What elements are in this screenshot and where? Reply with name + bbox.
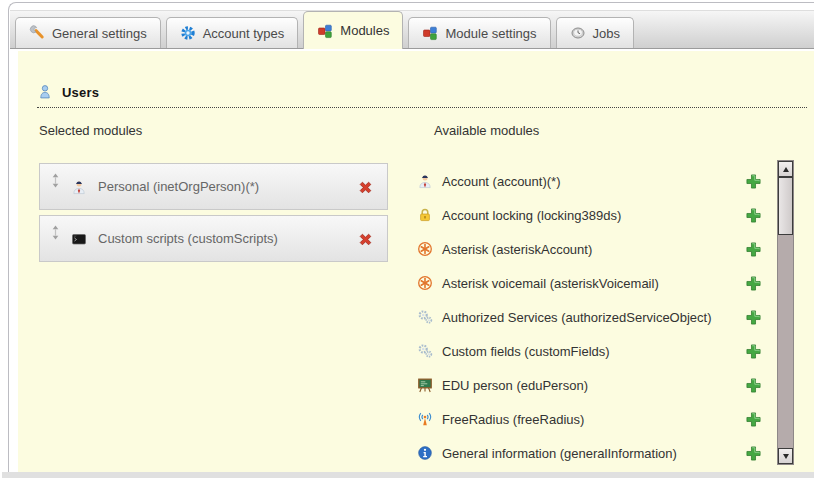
modules-tab-content: Users Selected modules Available modules… <box>18 51 814 475</box>
selected-modules-list: Personal (inetOrgPerson)(*) Custom scrip… <box>39 163 388 267</box>
tab-label: Jobs <box>593 26 620 41</box>
add-module-button[interactable] <box>745 173 762 190</box>
available-module-row: Asterisk voicemail (asteriskVoicemail) <box>417 266 762 300</box>
drag-handle-icon[interactable] <box>51 173 60 188</box>
available-module-row: Custom fields (customFields) <box>417 334 762 368</box>
add-module-button[interactable] <box>745 445 762 462</box>
drag-handle-icon[interactable] <box>51 225 60 240</box>
gears-icon <box>417 343 433 359</box>
tab-module-settings[interactable]: Module settings <box>408 17 550 48</box>
tab-general-settings[interactable]: General settings <box>15 17 161 48</box>
section-title: Users <box>62 85 99 100</box>
available-module-row: FreeRadius (freeRadius) <box>417 402 762 436</box>
frame-bottom-edge <box>2 472 814 478</box>
add-module-button[interactable] <box>745 411 762 428</box>
add-module-button[interactable] <box>745 207 762 224</box>
remove-module-button[interactable] <box>357 231 374 248</box>
scroll-down-button[interactable] <box>778 448 793 464</box>
user-icon <box>37 84 53 100</box>
add-module-button[interactable] <box>745 377 762 394</box>
antenna-icon <box>417 411 433 427</box>
tab-bar: General settings Account types Modules M… <box>10 10 814 49</box>
module-label: General information (generalInformation) <box>442 446 677 461</box>
add-module-button[interactable] <box>745 309 762 326</box>
available-modules-list: Account (account)(*) Account locking (lo… <box>417 164 762 470</box>
settings-frame: General settings Account types Modules M… <box>8 2 814 472</box>
users-section-header: Users <box>37 84 807 108</box>
add-module-button[interactable] <box>745 343 762 360</box>
module-label: FreeRadius (freeRadius) <box>442 412 584 427</box>
available-modules-label: Available modules <box>434 123 539 138</box>
scrollbar-thumb[interactable] <box>778 177 793 235</box>
wrench-icon <box>29 25 45 41</box>
remove-module-button[interactable] <box>357 179 374 196</box>
tab-label: General settings <box>52 26 147 41</box>
available-module-row: Account locking (locking389ds) <box>417 198 762 232</box>
module-label: EDU person (eduPerson) <box>442 378 588 393</box>
module-label: Asterisk voicemail (asteriskVoicemail) <box>442 276 659 291</box>
selected-module-row[interactable]: Custom scripts (customScripts) <box>39 215 388 262</box>
module-label: Asterisk (asteriskAccount) <box>442 242 592 257</box>
module-label: Authorized Services (authorizedServiceOb… <box>442 310 712 325</box>
info-icon <box>417 445 433 461</box>
person-icon <box>71 179 87 195</box>
clock-icon <box>570 25 586 41</box>
asterisk-icon <box>417 241 433 257</box>
blackboard-icon <box>417 377 433 393</box>
selected-modules-label: Selected modules <box>39 123 142 138</box>
scroll-up-button[interactable] <box>778 161 793 177</box>
tab-account-types[interactable]: Account types <box>166 17 299 48</box>
tab-label: Module settings <box>445 26 536 41</box>
tab-label: Account types <box>203 26 285 41</box>
available-module-row: EDU person (eduPerson) <box>417 368 762 402</box>
gears-icon <box>417 309 433 325</box>
add-module-button[interactable] <box>745 241 762 258</box>
tab-label: Modules <box>340 23 389 38</box>
person-icon <box>417 173 433 189</box>
available-module-row: Asterisk (asteriskAccount) <box>417 232 762 266</box>
add-module-button[interactable] <box>745 275 762 292</box>
available-modules-scrollbar[interactable] <box>777 160 794 465</box>
gear-icon <box>180 25 196 41</box>
available-module-row: Account (account)(*) <box>417 164 762 198</box>
tab-jobs[interactable]: Jobs <box>556 17 634 48</box>
asterisk-icon <box>417 275 433 291</box>
terminal-icon <box>71 231 87 247</box>
modules-icon <box>317 23 333 39</box>
lam-configuration-page: General settings Account types Modules M… <box>0 0 814 478</box>
available-module-row: General information (generalInformation) <box>417 436 762 470</box>
module-label: Custom scripts (customScripts) <box>98 231 278 246</box>
lock-icon <box>417 207 433 223</box>
module-label: Custom fields (customFields) <box>442 344 610 359</box>
module-label: Account locking (locking389ds) <box>442 208 621 223</box>
selected-module-row[interactable]: Personal (inetOrgPerson)(*) <box>39 163 388 210</box>
tab-modules[interactable]: Modules <box>303 11 403 49</box>
module-label: Account (account)(*) <box>442 174 561 189</box>
module-label: Personal (inetOrgPerson)(*) <box>98 179 259 194</box>
available-module-row: Authorized Services (authorizedServiceOb… <box>417 300 762 334</box>
modules-icon <box>422 25 438 41</box>
